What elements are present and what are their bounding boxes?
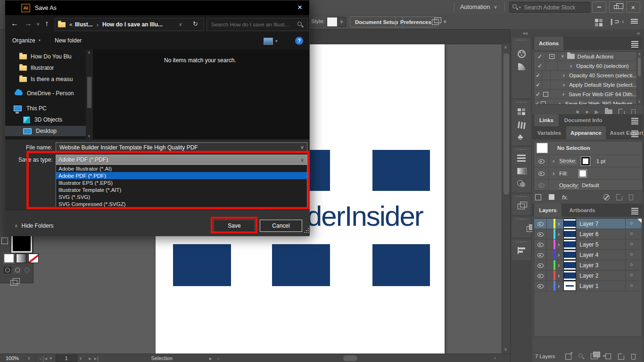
last-artboard-button[interactable]: ▸❘ xyxy=(94,355,99,362)
visibility-icon[interactable] xyxy=(537,252,544,258)
sidebar-item-3d-objects[interactable]: 3D Objects xyxy=(5,115,86,125)
view-selector-icon[interactable] xyxy=(264,38,273,45)
add-fill-icon[interactable] xyxy=(549,194,554,200)
panel-menu-icon[interactable] xyxy=(631,132,638,133)
dialog-toggle-off-icon[interactable] xyxy=(541,101,546,105)
expand-icon[interactable] xyxy=(559,100,561,105)
organize-menu[interactable]: Organize xyxy=(12,37,41,44)
visibility-icon[interactable] xyxy=(538,171,545,176)
fill-row[interactable]: Fill: xyxy=(534,167,642,180)
tab-links[interactable]: Links xyxy=(534,114,559,126)
action-row[interactable]: Opacity 60 (selection) xyxy=(534,61,637,71)
expand-icon[interactable] xyxy=(563,82,565,88)
no-selection-row[interactable]: No Selection xyxy=(534,141,642,155)
visibility-icon[interactable] xyxy=(537,231,544,237)
fill-swatch[interactable] xyxy=(579,170,586,177)
collapsed-crumbs-icon[interactable] xyxy=(69,22,73,27)
expand-icon[interactable] xyxy=(563,72,565,78)
toggle-on-icon[interactable] xyxy=(537,54,542,59)
layer-name[interactable]: Layer 5 xyxy=(579,241,598,248)
action-row[interactable]: Apply Default Style (select... xyxy=(534,80,637,90)
status-menu-icon[interactable] xyxy=(209,356,212,361)
action-row[interactable]: Save For Web JPG Medium... xyxy=(534,99,637,105)
hide-folders-button[interactable]: Hide Folders xyxy=(15,222,54,229)
expand-icon[interactable] xyxy=(558,283,560,289)
layer-thumbnail[interactable] xyxy=(563,271,576,280)
stop-icon[interactable] xyxy=(576,109,579,115)
view-dropdown-icon[interactable] xyxy=(275,39,278,43)
dropdown-option[interactable]: Adobe Illustrator (*.AI) xyxy=(56,165,307,172)
sidebar-item-is-there-a-measu[interactable]: Is there a measu xyxy=(5,74,86,84)
dialog-toggle-off-icon[interactable] xyxy=(543,92,548,97)
expand-icon[interactable] xyxy=(558,231,560,237)
file-list-area[interactable]: No items match your search. xyxy=(93,49,309,140)
style-swatch[interactable] xyxy=(327,17,338,27)
collapse-icon[interactable] xyxy=(561,54,564,58)
action-row[interactable]: Default Actions xyxy=(534,52,637,61)
clear-appearance-icon[interactable] xyxy=(603,194,610,200)
automation-menu[interactable]: Automation xyxy=(460,3,497,11)
layer-row[interactable]: Layer 3 xyxy=(534,260,642,271)
up-icon[interactable] xyxy=(45,20,49,27)
action-row[interactable]: Save For Web GIF 64 Dith... xyxy=(534,90,637,99)
scroll-up-icon[interactable] xyxy=(504,45,507,49)
panel-menu-icon[interactable] xyxy=(631,210,638,211)
panel-menu-icon[interactable] xyxy=(631,43,638,44)
prev-artboard-icon[interactable] xyxy=(49,356,52,361)
menu-icon[interactable] xyxy=(631,21,638,22)
color-panel-icon[interactable] xyxy=(518,50,526,58)
dropdown-option[interactable]: Illustrator EPS (*.EPS) xyxy=(56,179,307,186)
new-action-set-icon[interactable] xyxy=(605,109,612,115)
color-button[interactable] xyxy=(4,254,14,263)
layer-name[interactable]: Layer 7 xyxy=(579,221,598,227)
toggle-on-icon[interactable] xyxy=(536,73,540,78)
tab-artboards[interactable]: Artboards xyxy=(563,204,601,217)
stroke-label[interactable]: Stroke: xyxy=(559,158,576,164)
layer-name[interactable]: Layer 3 xyxy=(579,262,598,269)
layer-name[interactable]: Layer 1 xyxy=(579,283,598,289)
collect-for-export-icon[interactable] xyxy=(565,354,571,360)
scroll-down-icon[interactable] xyxy=(504,347,507,352)
swatches-panel-icon[interactable] xyxy=(518,108,521,111)
play-icon[interactable] xyxy=(595,109,599,115)
dropdown-option[interactable]: SVG (*.SVG) xyxy=(56,193,307,200)
target-icon[interactable] xyxy=(630,221,633,226)
gradient-button[interactable] xyxy=(16,254,26,263)
dialog-search-box[interactable] xyxy=(206,18,308,31)
stroke-swatch[interactable] xyxy=(581,157,590,165)
layer-thumbnail[interactable] xyxy=(563,260,576,270)
none-button[interactable] xyxy=(28,254,39,263)
resize-grip[interactable] xyxy=(304,232,305,233)
target-icon[interactable] xyxy=(630,272,633,278)
new-sublayer-icon[interactable] xyxy=(605,354,611,359)
align-options-icon[interactable] xyxy=(432,19,439,25)
expand-icon[interactable] xyxy=(558,241,560,247)
expand-icon[interactable] xyxy=(562,91,564,97)
duplicate-item-icon[interactable] xyxy=(616,194,622,200)
target-icon[interactable] xyxy=(630,241,633,247)
refresh-icon[interactable] xyxy=(193,21,198,27)
visibility-icon[interactable] xyxy=(537,283,544,289)
visibility-icon[interactable] xyxy=(538,182,545,188)
dropdown-option-selected[interactable]: Adobe PDF (*.PDF) xyxy=(56,172,307,179)
swap-fill-stroke-icon[interactable] xyxy=(1,238,8,244)
collapse-panels-icon[interactable] xyxy=(637,31,640,36)
preferences-button[interactable]: Preferences xyxy=(395,16,437,27)
expand-icon[interactable] xyxy=(558,252,560,258)
chevron-down-icon[interactable] xyxy=(621,20,625,24)
symbols-panel-icon[interactable] xyxy=(518,133,523,141)
delete-layer-icon[interactable] xyxy=(631,354,636,360)
close-window-button[interactable] xyxy=(626,1,640,13)
breadcrumb-current[interactable]: How do I save an Illu... xyxy=(102,21,163,28)
first-artboard-button[interactable]: ❘◂ xyxy=(41,355,46,362)
panel-menu-icon[interactable] xyxy=(631,120,638,121)
toggle-on-icon[interactable] xyxy=(535,101,539,105)
layer-thumbnail[interactable] xyxy=(563,250,576,260)
locate-object-icon[interactable] xyxy=(578,354,585,360)
dialog-close-icon[interactable] xyxy=(297,3,302,11)
layer-thumbnail[interactable] xyxy=(563,281,576,291)
actions-scrollbar[interactable] xyxy=(636,51,643,105)
sidebar-item-desktop[interactable]: Desktop xyxy=(5,126,86,136)
expand-icon[interactable] xyxy=(553,170,554,176)
layer-row[interactable]: Layer 4 xyxy=(534,250,642,260)
